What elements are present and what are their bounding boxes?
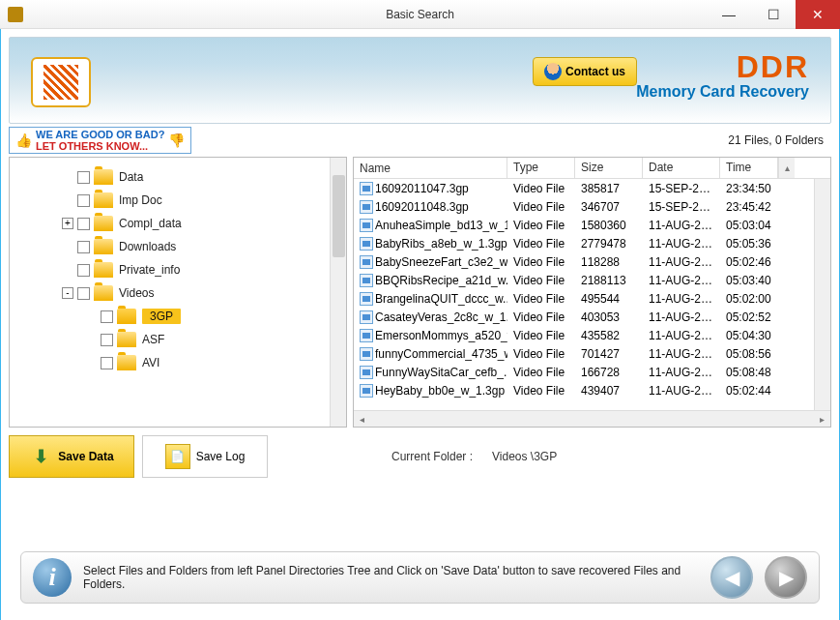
scroll-right-icon[interactable]: ▸: [814, 411, 830, 428]
file-time: 05:05:36: [720, 237, 778, 251]
maximize-button[interactable]: ☐: [751, 0, 796, 29]
save-data-button[interactable]: ⬇ Save Data: [9, 435, 134, 478]
col-date[interactable]: Date: [643, 158, 720, 178]
table-row[interactable]: BrangelinaQUIT_dccc_w...Video File495544…: [354, 289, 814, 308]
list-header[interactable]: Name Type Size Date Time ▴: [354, 158, 830, 179]
close-button[interactable]: ✕: [796, 0, 840, 29]
feedback-banner[interactable]: 👍 WE ARE GOOD OR BAD? LET OTHERS KNOW...…: [9, 127, 191, 154]
tree-item[interactable]: ASF: [14, 328, 326, 351]
video-file-icon: [360, 329, 373, 342]
app-logo: [31, 57, 91, 107]
tree-item[interactable]: 3GP: [14, 305, 326, 328]
feedback-line2: LET OTHERS KNOW...: [36, 140, 148, 152]
tree-item[interactable]: Imp Doc: [14, 189, 326, 212]
tree-checkbox[interactable]: [77, 264, 90, 277]
tree-checkbox[interactable]: [77, 171, 90, 184]
table-row[interactable]: 16092011047.3gpVideo File38581715-SEP-20…: [354, 179, 814, 197]
save-log-label: Save Log: [196, 450, 246, 463]
tree-label: AVI: [142, 356, 159, 369]
save-log-button[interactable]: 📄 Save Log: [142, 435, 268, 478]
tree-item[interactable]: AVI: [14, 351, 326, 374]
col-size[interactable]: Size: [575, 158, 643, 178]
folder-icon: [117, 309, 136, 324]
info-icon: i: [33, 558, 72, 597]
file-type: Video File: [507, 200, 575, 214]
contact-us-button[interactable]: Contact us: [533, 57, 637, 86]
table-row[interactable]: BBQRibsRecipe_a21d_w...Video File2188113…: [354, 271, 814, 289]
collapse-icon[interactable]: -: [62, 287, 73, 299]
save-data-icon: ⬇: [29, 445, 52, 468]
tree-checkbox[interactable]: [101, 357, 113, 369]
file-date: 11-AUG-2011: [643, 384, 720, 398]
video-file-icon: [360, 200, 373, 214]
file-size: 439407: [575, 384, 643, 398]
table-row[interactable]: EmersonMommys_a520_w...Video File4355821…: [354, 326, 814, 344]
file-time: 05:08:56: [720, 347, 778, 361]
next-button[interactable]: ▶: [765, 556, 807, 599]
file-name: BabyRibs_a8eb_w_1.3gp: [375, 237, 507, 251]
tree-checkbox[interactable]: [77, 218, 90, 230]
folder-icon: [94, 239, 113, 254]
file-type: Video File: [507, 329, 575, 342]
title-bar: Basic Search — ☐ ✕: [0, 0, 840, 29]
file-date: 11-AUG-2011: [643, 237, 720, 251]
folder-icon: [117, 355, 136, 370]
file-type: Video File: [507, 292, 575, 306]
tree-scrollbar[interactable]: [330, 158, 346, 427]
folder-icon: [94, 216, 113, 231]
list-hscrollbar[interactable]: ◂ ▸: [354, 410, 830, 427]
file-type: Video File: [507, 347, 575, 361]
hint-text: Select Files and Folders from left Panel…: [83, 564, 699, 591]
tree-checkbox[interactable]: [101, 334, 113, 346]
tree-item[interactable]: Private_info: [14, 258, 326, 281]
contact-us-label: Contact us: [565, 65, 625, 78]
file-time: 05:02:46: [720, 255, 778, 269]
list-body[interactable]: 16092011047.3gpVideo File38581715-SEP-20…: [354, 179, 814, 410]
window-title: Basic Search: [386, 8, 454, 21]
tree-item[interactable]: +Compl_data: [14, 212, 326, 235]
prev-button[interactable]: ◀: [710, 556, 753, 599]
tree-checkbox[interactable]: [101, 310, 113, 323]
tree-checkbox[interactable]: [77, 241, 90, 253]
current-folder-value: Videos \3GP: [492, 450, 557, 463]
file-name: BabySneezeFart_c3e2_w...: [375, 255, 507, 269]
col-name[interactable]: Name: [354, 158, 507, 178]
tree-item[interactable]: -Videos: [14, 281, 326, 305]
table-row[interactable]: BabyRibs_a8eb_w_1.3gpVideo File277947811…: [354, 234, 814, 252]
expand-icon[interactable]: +: [62, 218, 73, 229]
col-type[interactable]: Type: [507, 158, 575, 178]
table-row[interactable]: 16092011048.3gpVideo File34670715-SEP-20…: [354, 197, 814, 216]
panels: DataImp Doc+Compl_dataDownloadsPrivate_i…: [9, 157, 831, 428]
table-row[interactable]: AnuheaSimple_bd13_w_1...Video File158036…: [354, 216, 814, 234]
file-date: 11-AUG-2011: [643, 292, 720, 306]
file-time: 05:04:30: [720, 329, 778, 342]
table-row[interactable]: CasateyVeras_2c8c_w_1...Video File403053…: [354, 308, 814, 326]
feedback-line1: WE ARE GOOD OR BAD?: [36, 129, 164, 140]
table-row[interactable]: BabySneezeFart_c3e2_w...Video File118288…: [354, 252, 814, 271]
table-row[interactable]: HeyBaby_bb0e_w_1.3gpVideo File43940711-A…: [354, 381, 814, 399]
file-type: Video File: [507, 182, 575, 195]
file-time: 05:03:04: [720, 219, 778, 232]
tree-label: Compl_data: [119, 217, 182, 230]
list-vscrollbar[interactable]: [814, 179, 830, 410]
file-name: BBQRibsRecipe_a21d_w...: [375, 274, 507, 287]
scroll-left-icon[interactable]: ◂: [354, 411, 370, 428]
file-type: Video File: [507, 384, 575, 398]
tree-checkbox[interactable]: [77, 194, 90, 207]
brand-subtitle: Memory Card Recovery: [636, 83, 809, 101]
file-date: 11-AUG-2011: [643, 274, 720, 287]
file-size: 1580360: [575, 219, 643, 232]
table-row[interactable]: funnyCommercial_4735_w...Video File70142…: [354, 344, 814, 363]
tree-item[interactable]: Data: [14, 165, 326, 189]
tree-checkbox[interactable]: [77, 287, 90, 300]
tree-body[interactable]: DataImp Doc+Compl_dataDownloadsPrivate_i…: [10, 158, 330, 427]
tree-item[interactable]: Downloads: [14, 235, 326, 258]
minimize-button[interactable]: —: [707, 0, 751, 29]
scroll-up-icon[interactable]: ▴: [778, 158, 795, 178]
col-time[interactable]: Time: [720, 158, 778, 178]
table-row[interactable]: FunnyWaySitaCar_cefb_...Video File166728…: [354, 363, 814, 381]
video-file-icon: [360, 237, 373, 251]
brand-block: DDR Memory Card Recovery: [636, 49, 809, 101]
video-file-icon: [360, 219, 373, 232]
file-name: AnuheaSimple_bd13_w_1...: [375, 219, 507, 232]
